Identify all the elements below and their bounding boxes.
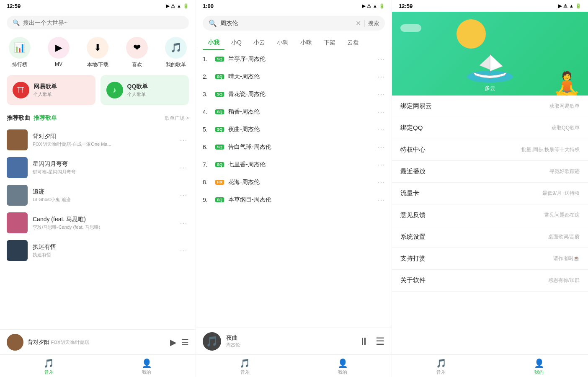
menu-item-privileges[interactable]: 特权中心 批量,同步,换肤等十大特权 bbox=[392, 139, 588, 161]
result-item-3[interactable]: 4. SQ 稻香-周杰伦 ⋯ bbox=[196, 103, 392, 121]
result-title-3: 稻香-周杰伦 bbox=[228, 108, 373, 116]
result-item-6[interactable]: 7. SQ 七里香-周杰伦 ⋯ bbox=[196, 156, 392, 173]
result-title-2: 青花瓷-周杰伦 bbox=[228, 90, 373, 98]
quick-action-like[interactable]: ❤ 喜欢 bbox=[126, 37, 148, 68]
result-item-7[interactable]: 8. HR 花海-周杰伦 ⋯ bbox=[196, 173, 392, 191]
filter-tab-xiaGou[interactable]: 小狗 bbox=[272, 36, 294, 50]
more-icon-4[interactable]: ⋯ bbox=[178, 244, 189, 257]
mid-nav-mine[interactable]: 👤 我的 bbox=[338, 358, 348, 375]
quick-action-download[interactable]: ⬇ 本地/下载 bbox=[87, 37, 108, 68]
result-more-3[interactable]: ⋯ bbox=[377, 107, 385, 116]
nav-mine[interactable]: 👤 我的 bbox=[142, 358, 152, 375]
section-header: 推荐歌曲 推荐歌单 歌单广场 > bbox=[0, 110, 196, 126]
song-artist-1: 郁可唯-星闪闪月弯弯 bbox=[33, 169, 173, 175]
right-bottom-nav: 🎵 音乐 👤 我的 bbox=[392, 354, 588, 377]
result-item-8[interactable]: 9. SQ 本草纲目-周杰伦 ⋯ bbox=[196, 191, 392, 209]
nav-music[interactable]: 🎵 音乐 bbox=[44, 358, 54, 375]
right-mine-nav-icon: 👤 bbox=[534, 358, 544, 368]
playlist-button[interactable]: ☰ bbox=[181, 337, 189, 347]
song-item-4[interactable]: 执迷有悟 执迷有悟 ⋯ bbox=[0, 237, 196, 264]
result-more-4[interactable]: ⋯ bbox=[377, 125, 385, 134]
menu-item-settings[interactable]: 系统设置 桌面歌词/音质 bbox=[392, 226, 588, 248]
mid-music-nav-icon: 🎵 bbox=[240, 358, 250, 368]
result-more-0[interactable]: ⋯ bbox=[377, 54, 385, 64]
search-button[interactable]: 搜索 bbox=[364, 20, 379, 27]
menu-item-feedback[interactable]: 意见反馈 常见问题都在这 bbox=[392, 204, 588, 226]
more-icon-1[interactable]: ⋯ bbox=[178, 161, 189, 174]
tab-recommend-songs[interactable]: 推荐歌曲 bbox=[7, 114, 30, 123]
result-more-8[interactable]: ⋯ bbox=[377, 195, 385, 204]
result-title-7: 花海-周杰伦 bbox=[228, 178, 373, 186]
result-more-6[interactable]: ⋯ bbox=[377, 160, 385, 169]
filter-tab-yunpan[interactable]: 云盘 bbox=[342, 36, 364, 50]
right-nav-music[interactable]: 🎵 音乐 bbox=[436, 358, 446, 375]
result-item-1[interactable]: 2. SQ 晴天-周杰伦 ⋯ bbox=[196, 68, 392, 85]
mid-search-input[interactable] bbox=[220, 20, 352, 27]
netease-card[interactable]: ⛩ 网易歌单 个人歌单 bbox=[7, 75, 95, 105]
left-search-bar[interactable]: 🔍 bbox=[7, 16, 189, 29]
right-nav-mine[interactable]: 👤 我的 bbox=[534, 358, 544, 375]
quick-action-mylist[interactable]: 🎵 我的歌单 bbox=[165, 37, 187, 68]
menu-item-recent[interactable]: 最近播放 寻觅好歌踪迹 bbox=[392, 161, 588, 183]
mid-player-info: 夜曲 周杰伦 bbox=[226, 334, 354, 348]
result-more-2[interactable]: ⋯ bbox=[377, 90, 385, 99]
quick-action-mv[interactable]: ▶ MV bbox=[48, 37, 70, 68]
like-icon: ❤ bbox=[126, 37, 148, 59]
result-num-6: 7. bbox=[203, 161, 211, 168]
filter-tab-xiaoQ[interactable]: 小Q bbox=[226, 36, 247, 50]
result-title-8: 本草纲目-周杰伦 bbox=[228, 196, 373, 204]
right-music-nav-label: 音乐 bbox=[436, 369, 446, 375]
cloud-shape bbox=[400, 24, 421, 32]
menu-item-about[interactable]: 关于软件 感恩有你/加群 bbox=[392, 270, 588, 292]
mid-search-bar[interactable]: 🔍 ✕ 搜索 bbox=[203, 16, 385, 31]
menu-item-donate[interactable]: 支持打赏 请作者喝☕ bbox=[392, 248, 588, 270]
hr-badge-7: HR bbox=[215, 180, 224, 185]
right-warning-icon: ⚠ bbox=[563, 3, 567, 9]
song-item-1[interactable]: 星闪闪月弯弯 郁可唯-星闪闪月弯弯 ⋯ bbox=[0, 154, 196, 181]
result-item-0[interactable]: 1. SQ 兰亭序-周杰伦 ⋯ bbox=[196, 50, 392, 68]
mid-nav-music[interactable]: 🎵 音乐 bbox=[240, 358, 250, 375]
menu-item-bind-netease[interactable]: 绑定网易云 获取网易歌单 bbox=[392, 96, 588, 117]
result-item-2[interactable]: 3. SQ 青花瓷-周杰伦 ⋯ bbox=[196, 85, 392, 103]
song-thumb-1 bbox=[7, 157, 28, 178]
clear-button[interactable]: ✕ bbox=[356, 19, 361, 27]
menu-right-privileges: 批量,同步,换肤等十大特权 bbox=[521, 146, 580, 153]
more-icon-0[interactable]: ⋯ bbox=[178, 134, 189, 146]
result-item-4[interactable]: 5. SQ 夜曲-周杰伦 ⋯ bbox=[196, 121, 392, 138]
menu-item-traffic[interactable]: 流量卡 最低9/月+送特权 bbox=[392, 183, 588, 204]
filter-tab-xiaoYun[interactable]: 小云 bbox=[248, 36, 270, 50]
more-icon-2[interactable]: ⋯ bbox=[178, 189, 189, 201]
netease-card-info: 网易歌单 个人歌单 bbox=[34, 83, 57, 98]
right-battery-icon: 🔋 bbox=[575, 3, 581, 9]
weather-scene: 多云 🧘 bbox=[392, 12, 588, 96]
filter-tab-xiajia[interactable]: 下架 bbox=[319, 36, 340, 50]
song-title-2: 追迹 bbox=[33, 188, 173, 196]
mylist-label: 我的歌单 bbox=[166, 61, 186, 68]
result-more-7[interactable]: ⋯ bbox=[377, 178, 385, 187]
sq-badge-8: SQ bbox=[215, 197, 224, 202]
song-item-3[interactable]: Candy (feat. 马思唯) 李玟/马思唯-Candy (feat. 马思… bbox=[0, 209, 196, 237]
section-link[interactable]: 歌单广场 > bbox=[165, 115, 189, 122]
battery-icon: 🔋 bbox=[183, 3, 189, 9]
left-search-input[interactable] bbox=[23, 19, 183, 26]
song-item-0[interactable]: 背对夕阳 FOX胡天渝/叶懿琪-自成一派One Ma... ⋯ bbox=[0, 126, 196, 154]
tab-recommend-playlists[interactable]: 推荐歌单 bbox=[34, 114, 57, 123]
song-thumb-0 bbox=[7, 129, 28, 150]
qq-card[interactable]: ♪ QQ歌单 个人歌单 bbox=[101, 75, 189, 105]
filter-tab-xiaoWo[interactable]: 小我 bbox=[203, 36, 224, 50]
result-num-7: 8. bbox=[203, 179, 211, 186]
more-icon-3[interactable]: ⋯ bbox=[178, 217, 189, 229]
quick-action-chart[interactable]: 📊 排行榜 bbox=[9, 37, 31, 68]
music-nav-icon: 🎵 bbox=[44, 358, 54, 368]
filter-tab-xiaoMi[interactable]: 小咪 bbox=[295, 36, 317, 50]
song-item-2[interactable]: 追迹 Lil Ghost小鬼-追迹 ⋯ bbox=[0, 181, 196, 209]
menu-item-bind-qq[interactable]: 绑定QQ 获取QQ歌单 bbox=[392, 117, 588, 139]
result-title-0: 兰亭序-周杰伦 bbox=[228, 55, 373, 63]
result-item-5[interactable]: 6. SQ 告白气球-周杰伦 ⋯ bbox=[196, 138, 392, 156]
menu-label-donate: 支持打赏 bbox=[400, 255, 426, 263]
mid-playlist-button[interactable]: ☰ bbox=[376, 336, 385, 347]
result-more-5[interactable]: ⋯ bbox=[377, 142, 385, 152]
play-button[interactable]: ▶ bbox=[170, 337, 176, 347]
result-more-1[interactable]: ⋯ bbox=[377, 72, 385, 81]
mid-pause-button[interactable]: ⏸ bbox=[359, 336, 369, 347]
